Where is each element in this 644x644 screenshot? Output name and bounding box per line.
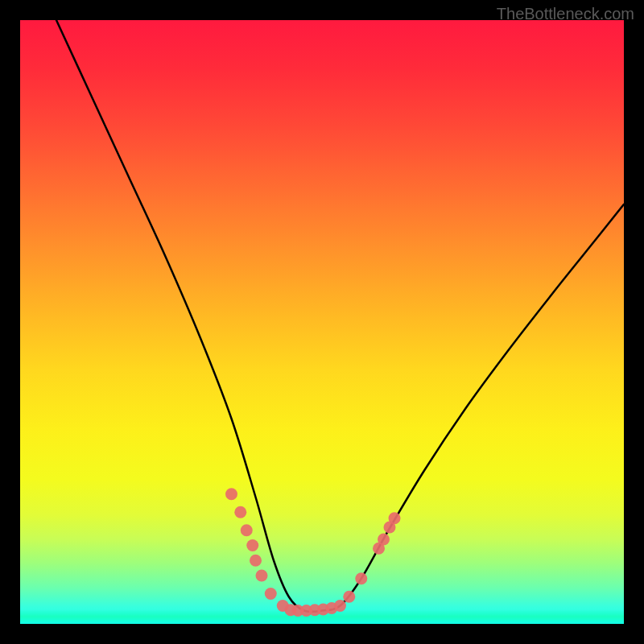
data-marker bbox=[389, 512, 401, 524]
data-marker bbox=[234, 506, 246, 518]
plot-area bbox=[20, 20, 624, 624]
marker-group bbox=[225, 488, 401, 617]
curve-group bbox=[56, 20, 624, 612]
data-marker bbox=[343, 591, 355, 603]
data-marker bbox=[241, 524, 253, 536]
data-marker bbox=[256, 570, 268, 582]
chart-frame: TheBottleneck.com bbox=[0, 0, 644, 644]
data-marker bbox=[250, 555, 262, 567]
bottleneck-curve bbox=[56, 20, 624, 612]
data-marker bbox=[334, 600, 346, 612]
data-marker bbox=[355, 572, 367, 584]
data-marker bbox=[265, 588, 277, 600]
chart-svg bbox=[20, 20, 624, 624]
data-marker bbox=[225, 488, 237, 500]
attribution-text: TheBottleneck.com bbox=[497, 5, 634, 23]
data-marker bbox=[378, 534, 390, 546]
data-marker bbox=[246, 539, 258, 551]
